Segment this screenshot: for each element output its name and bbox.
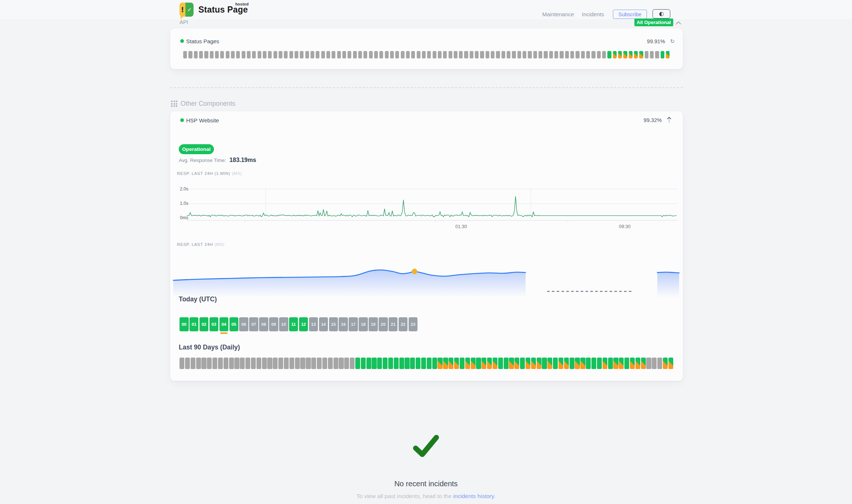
uptime-bar [645,51,648,58]
check-icon: ✓ [185,3,194,17]
response-time-1min-chart [170,185,683,233]
chevron-up-icon[interactable] [675,20,681,27]
header: ! ✓ Status Page hosted Maintenance Incid… [0,0,852,19]
logo[interactable]: ! ✓ Status Page hosted [180,3,248,17]
uptime-bar [512,51,516,58]
today-utc-title: Today (UTC) [179,295,217,303]
subscribe-button[interactable]: Subscribe [613,10,647,19]
uptime-bar [295,358,300,369]
success-check-icon [411,433,441,461]
uptime-bar [533,51,537,58]
uptime-bar [657,358,662,369]
uptime-bar [180,358,184,369]
uptime-bar [663,358,668,369]
uptime-bar [358,51,362,58]
uptime-bar [247,51,251,58]
uptime-bar [542,358,547,369]
hour-block-08: 08 [259,317,268,331]
uptime-bar [603,358,607,369]
uptime-bar [289,358,294,369]
uptime-bar [342,51,346,58]
uptime-bar [353,51,357,58]
theme-toggle-button[interactable]: ◐ [653,9,670,18]
uptime-bar [332,51,335,58]
uptime-bar [390,51,394,58]
uptime-bar [278,358,283,369]
uptime-bar [240,358,245,369]
theme-toggle-icon: ◐ [659,11,664,17]
uptime-bar [652,358,657,369]
uptime-bar [326,51,330,58]
resp-24h-1min-title: RESP. LAST 24H (1-MIN)(MS) [177,171,242,176]
uptime-bar [196,358,201,369]
refresh-icon[interactable]: ↻ [670,38,675,45]
uptime-bar [218,358,223,369]
uptime-bar [284,358,289,369]
uptime-bar [630,358,635,369]
uptime-bar [317,358,322,369]
collapse-arrow-icon[interactable] [667,116,672,125]
avg-response-label: Avg. Response Time: [179,158,226,163]
uptime-bar [395,51,399,58]
hour-block-21: 21 [389,317,398,331]
nav-maintenance[interactable]: Maintenance [542,11,574,17]
ms-unit-label: (MS) [232,171,242,176]
component-name: HSP Website [186,117,219,124]
uptime-bar [229,358,234,369]
uptime-bar [565,51,569,58]
uptime-bar [465,358,470,369]
uptime-bar [231,51,235,58]
uptime-bar [438,51,442,58]
uptime-bar [215,51,219,58]
nav-incidents[interactable]: Incidents [582,11,604,17]
hour-block-07: 07 [249,317,258,331]
exclaim-icon: ! [180,3,185,17]
avg-response-line: Avg. Response Time: 183.19ms [179,157,256,163]
uptime-bar [204,51,208,58]
y-axis-tick-label: 2.0s [180,186,188,192]
incidents-history-link[interactable]: incidents history [453,493,494,499]
uptime-bar [580,358,585,369]
uptime-bar [388,358,393,369]
uptime-bar [602,51,606,58]
grid-icon [171,101,177,107]
uptime-bar [267,358,272,369]
uptime-bar [295,51,298,58]
uptime-bar [399,358,404,369]
resp-24h-title: RESP. LAST 24H(MS) [177,242,225,247]
overall-status-badge[interactable]: All Operational [634,18,673,26]
hour-block-05: 05 [229,317,239,331]
hour-block-20: 20 [379,317,388,331]
uptime-bar [316,51,319,58]
other-components-header: Other Components [171,100,235,108]
uptime-bar [475,51,479,58]
uptime-bar [207,358,212,369]
uptime-bar [646,358,651,369]
uptime-bar [554,51,558,58]
uptime-bar [449,51,452,58]
uptime-bar [613,51,617,58]
uptime-bar [300,358,305,369]
uptime-bar [553,358,558,369]
uptime-percentage: 99.32% [644,117,662,123]
uptime-bar [520,358,525,369]
uptime-bar [618,51,622,58]
uptime-bar [624,358,629,369]
uptime-bar [432,358,437,369]
uptime-bar [374,51,378,58]
hour-block-18: 18 [359,317,368,331]
uptime-bar [470,51,473,58]
uptime-bar [443,51,447,58]
uptime-bar [597,358,602,369]
uptime-bar [394,358,399,369]
uptime-bar [268,51,272,58]
hour-block-12: 12 [299,317,308,331]
uptime-bar [185,358,190,369]
no-recent-incidents-title: No recent incidents [0,480,852,488]
uptime-bar [560,51,563,58]
uptime-bar [526,358,530,369]
hour-block-00: 00 [180,317,189,331]
uptime-bar [486,51,489,58]
uptime-bar [252,51,256,58]
uptime-bar [433,51,436,58]
